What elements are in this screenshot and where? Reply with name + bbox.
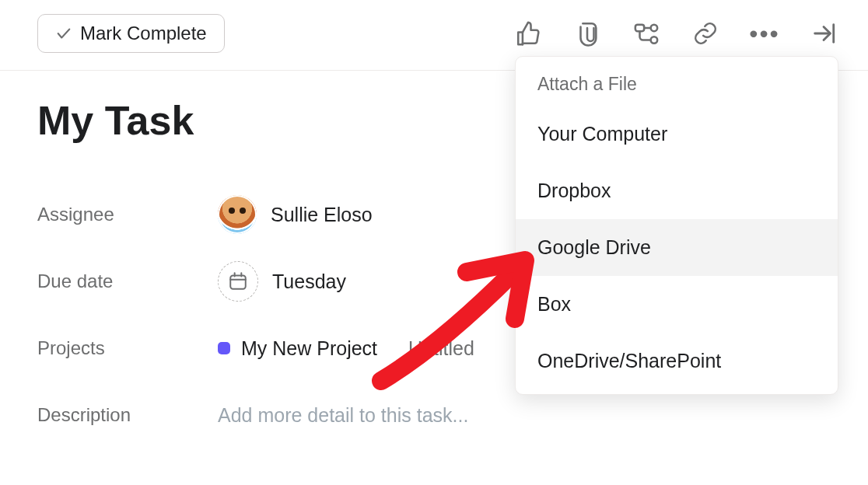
projects-label: Projects [37, 337, 218, 359]
attach-option-your-computer[interactable]: Your Computer [516, 106, 838, 162]
project-name: My New Project [241, 337, 377, 360]
more-icon[interactable]: ••• [751, 20, 778, 47]
assignee-label: Assignee [37, 204, 218, 225]
assignee-name: Sullie Eloso [271, 204, 373, 226]
mark-complete-label: Mark Complete [80, 23, 207, 44]
due-date-text: Tuesday [272, 270, 346, 293]
project-chip[interactable]: My New Project [218, 337, 377, 360]
attach-menu-header: Attach a File [516, 60, 838, 106]
assignee-value[interactable]: Sullie Eloso [218, 195, 373, 234]
due-date-label: Due date [37, 270, 218, 292]
like-icon[interactable] [515, 20, 541, 47]
collapse-icon[interactable] [810, 20, 837, 47]
attach-option-box[interactable]: Box [516, 276, 838, 333]
mark-complete-button[interactable]: Mark Complete [37, 14, 225, 53]
attach-option-onedrive[interactable]: OneDrive/SharePoint [516, 333, 838, 389]
attachment-icon[interactable] [574, 20, 600, 47]
attach-option-google-drive[interactable]: Google Drive [516, 219, 838, 276]
svg-rect-0 [635, 25, 644, 32]
toolbar: ••• [515, 20, 837, 47]
link-icon[interactable] [692, 20, 719, 47]
project-color-dot [218, 342, 230, 354]
description-input[interactable]: Add more detail to this task... [218, 404, 468, 427]
attach-option-dropbox[interactable]: Dropbox [516, 162, 838, 219]
description-label: Description [37, 404, 218, 426]
subtask-icon[interactable] [633, 20, 660, 47]
svg-point-1 [651, 25, 658, 32]
svg-rect-4 [230, 275, 246, 288]
attach-file-menu: Attach a File Your Computer Dropbox Goog… [515, 56, 838, 395]
calendar-icon [218, 261, 258, 302]
check-icon [55, 25, 72, 42]
project-section[interactable]: Untitled [408, 337, 474, 360]
avatar [218, 195, 257, 234]
due-date-value[interactable]: Tuesday [218, 261, 346, 302]
svg-point-2 [651, 37, 658, 44]
